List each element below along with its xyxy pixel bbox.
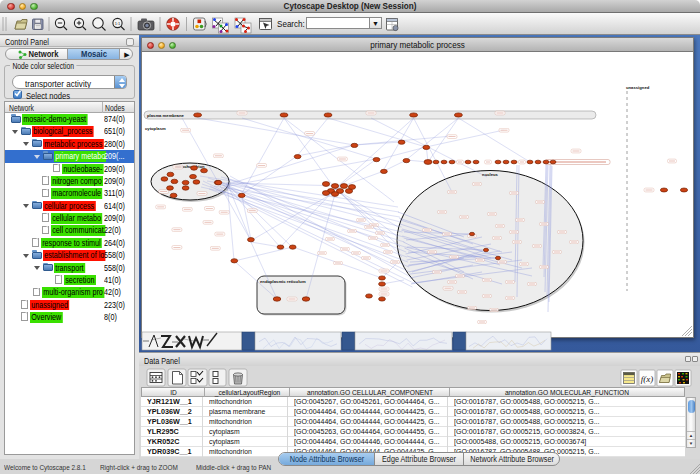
svg-text:f(x): f(x): [641, 374, 654, 384]
svg-text:1:1: 1:1: [115, 21, 121, 26]
